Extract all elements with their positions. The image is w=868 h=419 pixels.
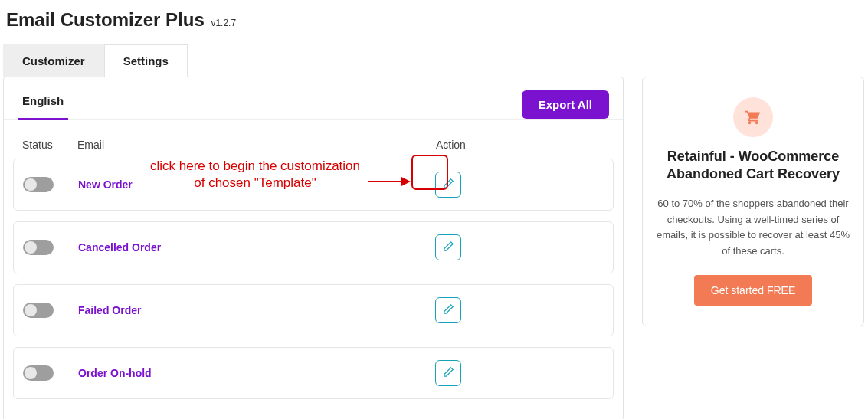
header-email: Email	[77, 139, 436, 151]
table-row: New Order click here to begin the custom…	[13, 159, 614, 211]
get-started-button[interactable]: Get started FREE	[694, 275, 812, 306]
customizer-panel: English Export All Status Email Action N…	[3, 77, 624, 419]
pencil-icon	[443, 303, 454, 317]
app-version: v1.2.7	[211, 18, 236, 28]
email-template-link[interactable]: Failed Order	[78, 304, 141, 316]
email-template-link[interactable]: Cancelled Order	[78, 241, 161, 254]
status-toggle[interactable]	[23, 240, 54, 255]
edit-button[interactable]	[435, 172, 461, 198]
export-all-button[interactable]: Export All	[522, 90, 609, 119]
promo-title: Retainful - WooCommerce Abandoned Cart R…	[652, 148, 854, 184]
edit-button[interactable]	[435, 360, 461, 386]
pencil-icon	[443, 241, 454, 254]
table-row: Cancelled Order	[13, 221, 614, 273]
language-tab[interactable]: English	[18, 88, 68, 120]
pencil-icon	[443, 366, 454, 380]
promo-sidebar: Retainful - WooCommerce Abandoned Cart R…	[642, 77, 864, 326]
app-title: Email Customizer Plus	[6, 9, 205, 30]
main-tabs: Customizer Settings	[3, 44, 865, 77]
status-toggle[interactable]	[23, 177, 54, 192]
email-template-link[interactable]: Order On-hold	[78, 367, 152, 379]
header-action: Action	[436, 139, 604, 151]
panel-subbar: English Export All	[4, 77, 623, 120]
email-table: Status Email Action New Order	[4, 120, 623, 419]
email-template-link[interactable]: New Order	[78, 178, 133, 191]
pencil-icon	[443, 178, 454, 191]
promo-description: 60 to 70% of the shoppers abandoned thei…	[652, 196, 854, 260]
table-header-row: Status Email Action	[13, 131, 614, 159]
status-toggle[interactable]	[23, 303, 54, 318]
page-title: Email Customizer Plus v1.2.7	[0, 0, 868, 44]
header-status: Status	[22, 139, 77, 151]
status-toggle[interactable]	[23, 365, 54, 381]
tab-settings[interactable]: Settings	[104, 44, 188, 77]
edit-button[interactable]	[435, 234, 461, 260]
table-row: Order On-hold	[13, 347, 614, 399]
table-row: Failed Order	[13, 284, 614, 336]
edit-button[interactable]	[435, 297, 461, 323]
cart-icon	[733, 97, 773, 137]
tab-customizer[interactable]: Customizer	[3, 44, 104, 77]
